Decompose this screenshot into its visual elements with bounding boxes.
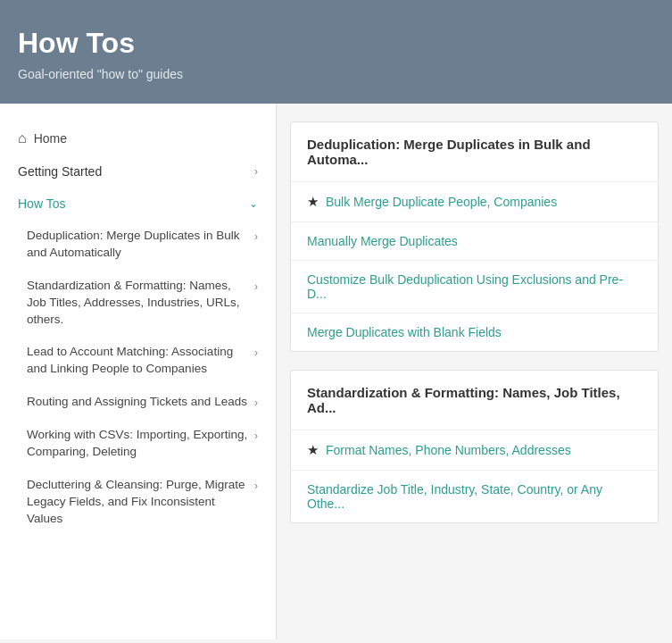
section-title-std: Standardization & Formatting: Names, Job… (291, 371, 658, 430)
section-item-format-names[interactable]: ★ Format Names, Phone Numbers, Addresses (291, 430, 658, 471)
page-subtitle: Goal-oriented "how to" guides (18, 67, 654, 81)
section-item-standardize-job[interactable]: Standardize Job Title, Industry, State, … (291, 471, 658, 522)
sidebar-subitem-std-label: Standardization & Formatting: Names, Job… (27, 278, 249, 329)
section-item-customize-bulk[interactable]: Customize Bulk Deduplication Using Exclu… (291, 261, 658, 313)
sidebar-label-how-tos: How Tos (18, 196, 65, 211)
sidebar-subitem-dedup-label: Deduplication: Merge Duplicates in Bulk … (27, 228, 249, 262)
section-card-standardization: Standardization & Formatting: Names, Job… (290, 370, 659, 523)
sidebar-subitem-csv[interactable]: Working with CSVs: Importing, Exporting,… (9, 419, 276, 469)
sidebar-subitem-lead-label: Lead to Account Matching: Associating an… (27, 344, 249, 378)
section-item-label: Format Names, Phone Numbers, Addresses (326, 443, 571, 457)
sidebar-item-home[interactable]: ⌂ Home (0, 121, 276, 155)
sidebar-subitems: Deduplication: Merge Duplicates in Bulk … (0, 220, 276, 536)
chevron-right-icon: › (254, 396, 258, 411)
sidebar-subitem-lead-account[interactable]: Lead to Account Matching: Associating an… (9, 336, 276, 386)
sidebar-subitem-csv-label: Working with CSVs: Importing, Exporting,… (27, 427, 249, 461)
home-icon: ⌂ (18, 130, 27, 146)
sidebar-subitem-declutter[interactable]: Decluttering & Cleansing: Purge, Migrate… (9, 469, 276, 536)
sidebar-subitem-routing-label: Routing and Assigning Tickets and Leads (27, 394, 249, 411)
sidebar-subitem-dedup[interactable]: Deduplication: Merge Duplicates in Bulk … (9, 220, 276, 270)
main-content: Deduplication: Merge Duplicates in Bulk … (277, 104, 672, 639)
section-item-manually-merge[interactable]: Manually Merge Duplicates (291, 222, 658, 261)
sidebar-subitem-standardization[interactable]: Standardization & Formatting: Names, Job… (9, 270, 276, 337)
chevron-right-icon: › (254, 346, 258, 361)
sidebar: ⌂ Home Getting Started › How Tos ⌄ Dedup… (0, 104, 277, 639)
section-item-merge-blank[interactable]: Merge Duplicates with Blank Fields (291, 313, 658, 351)
section-item-label: Manually Merge Duplicates (307, 234, 458, 248)
section-item-label: Bulk Merge Duplicate People, Companies (326, 195, 557, 209)
sidebar-label-getting-started: Getting Started (18, 164, 102, 179)
section-item-label: Merge Duplicates with Blank Fields (307, 325, 502, 339)
main-layout: ⌂ Home Getting Started › How Tos ⌄ Dedup… (0, 104, 672, 639)
sidebar-home-label: Home (34, 131, 258, 146)
chevron-right-icon: › (254, 429, 258, 444)
star-icon: ★ (307, 194, 319, 210)
section-title-dedup: Deduplication: Merge Duplicates in Bulk … (291, 122, 658, 182)
chevron-right-icon: › (254, 165, 258, 178)
section-card-dedup: Deduplication: Merge Duplicates in Bulk … (290, 121, 659, 352)
section-item-label: Customize Bulk Deduplication Using Exclu… (307, 272, 642, 301)
sidebar-subitem-declutter-label: Decluttering & Cleansing: Purge, Migrate… (27, 477, 249, 528)
sidebar-subitem-routing[interactable]: Routing and Assigning Tickets and Leads … (9, 386, 276, 419)
section-item-label: Standardize Job Title, Industry, State, … (307, 482, 642, 511)
star-icon: ★ (307, 442, 319, 458)
sidebar-item-how-tos[interactable]: How Tos ⌄ (0, 188, 276, 220)
page-title: How Tos (18, 27, 654, 60)
chevron-right-icon: › (254, 479, 258, 494)
chevron-right-icon: › (254, 280, 258, 295)
chevron-right-icon: › (254, 230, 258, 245)
page-header: How Tos Goal-oriented "how to" guides (0, 0, 672, 104)
sidebar-item-getting-started[interactable]: Getting Started › (0, 155, 276, 188)
section-item-bulk-merge[interactable]: ★ Bulk Merge Duplicate People, Companies (291, 182, 658, 222)
chevron-down-icon: ⌄ (249, 197, 258, 210)
